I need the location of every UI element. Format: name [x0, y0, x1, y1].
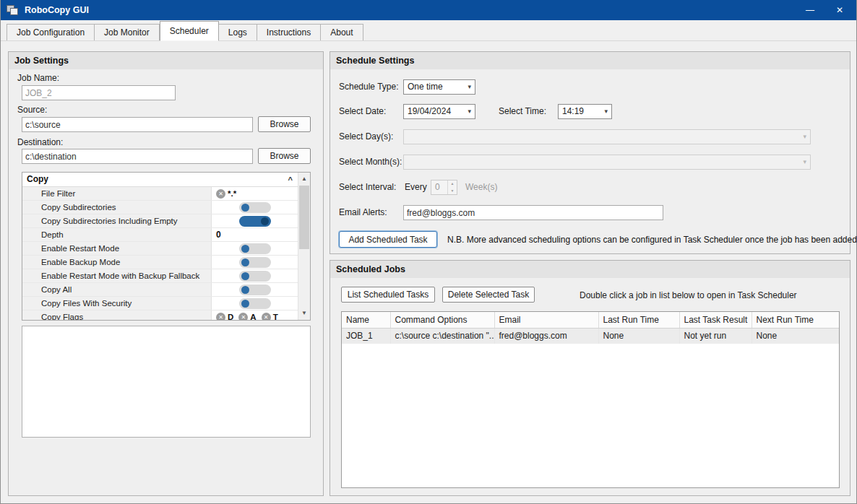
minimize-button[interactable]: —: [806, 5, 814, 15]
interval-spinner[interactable]: 0 ▲ ▼: [431, 180, 457, 195]
toggle-switch[interactable]: [239, 243, 271, 254]
delete-selected-task-button[interactable]: Delete Selected Task: [442, 287, 535, 303]
table-row[interactable]: JOB_1c:\source c:\destination "...fred@b…: [342, 328, 839, 344]
job-settings-panel: Job Settings Job Name: Source: Browse De…: [8, 51, 324, 496]
column-header[interactable]: Command Options: [390, 312, 494, 328]
column-header[interactable]: Name: [342, 312, 390, 328]
column-header[interactable]: Email: [494, 312, 598, 328]
property-label: Copy Subdirectories: [22, 201, 212, 214]
remove-icon[interactable]: ✕: [216, 189, 225, 199]
table-cell: None: [598, 328, 679, 344]
schedule-type-select[interactable]: One time ▾: [403, 79, 475, 95]
close-button[interactable]: ✕: [836, 5, 843, 15]
scheduled-jobs-panel: Scheduled Jobs List Scheduled Tasks Dele…: [330, 260, 850, 496]
scroll-thumb[interactable]: [299, 186, 309, 249]
property-group-header[interactable]: Copy ^: [22, 173, 298, 187]
toggle-switch[interactable]: [239, 271, 271, 282]
tab-bar: Job ConfigurationJob MonitorSchedulerLog…: [1, 20, 856, 41]
job-name-label: Job Name:: [17, 73, 59, 83]
table-cell: Not yet run: [679, 328, 752, 344]
select-date-select[interactable]: 19/04/2024 ▾: [403, 104, 475, 119]
table-cell: JOB_1: [342, 328, 390, 344]
property-grid-scrollbar[interactable]: ▲ ▼: [298, 173, 310, 320]
remove-icon[interactable]: ✕: [262, 313, 271, 321]
tab-scheduler[interactable]: Scheduler: [160, 21, 219, 41]
job-name-input[interactable]: [22, 85, 176, 100]
tab-job-monitor[interactable]: Job Monitor: [95, 24, 160, 40]
toggle-switch[interactable]: [239, 298, 271, 309]
every-label: Every: [405, 182, 427, 192]
chevron-down-icon: ▾: [604, 105, 608, 118]
toggle-knob: [241, 245, 249, 253]
jobs-hint-text: Double click a job in list below to open…: [580, 290, 797, 300]
collapse-icon[interactable]: ^: [288, 173, 293, 187]
select-months-select[interactable]: ▾: [403, 155, 811, 170]
tag-label: *.*: [228, 189, 236, 198]
tab-instructions[interactable]: Instructions: [257, 24, 321, 40]
toggle-knob: [241, 286, 249, 294]
main-content: Job Settings Job Name: Source: Browse De…: [1, 41, 856, 503]
email-alerts-input[interactable]: [403, 205, 663, 220]
property-row[interactable]: Enable Backup Mode: [22, 256, 298, 269]
remove-icon[interactable]: ✕: [216, 313, 225, 321]
destination-input[interactable]: [22, 149, 253, 164]
chevron-down-icon: ▾: [803, 155, 806, 169]
title-bar: RoboCopy GUI — ✕: [1, 0, 856, 20]
property-row[interactable]: Copy All: [22, 283, 298, 297]
property-row[interactable]: Copy Flags✕D✕A✕T: [22, 310, 298, 320]
scroll-up-icon[interactable]: ▲: [298, 173, 310, 185]
scroll-down-icon[interactable]: ▼: [298, 308, 310, 319]
select-time-select[interactable]: 14:19 ▾: [558, 104, 612, 119]
destination-browse-button[interactable]: Browse: [258, 148, 311, 164]
scheduler-note: N.B. More advanced scheduling options ca…: [447, 235, 857, 245]
toggle-switch[interactable]: [239, 216, 271, 227]
select-time-value: 14:19: [562, 106, 584, 116]
table-cell: c:\source c:\destination "...: [390, 328, 494, 344]
add-scheduled-task-button[interactable]: Add Scheduled Task: [339, 231, 437, 248]
select-days-select[interactable]: ▾: [403, 129, 811, 144]
column-header[interactable]: Next Run Time: [752, 312, 839, 328]
property-number: 0: [216, 230, 221, 240]
weeks-label: Week(s): [465, 182, 497, 192]
toggle-knob: [241, 204, 249, 212]
property-row[interactable]: Copy Subdirectories Including Empty: [22, 214, 298, 228]
tab-about[interactable]: About: [321, 24, 363, 40]
property-value: 0: [212, 228, 298, 241]
select-interval-label: Select Interval:: [339, 182, 396, 192]
property-row[interactable]: File Filter✕*.*: [22, 187, 298, 201]
toggle-switch[interactable]: [239, 202, 271, 213]
property-row[interactable]: Enable Restart Mode with Backup Fallback: [22, 269, 298, 283]
select-days-label: Select Day(s):: [339, 131, 393, 142]
source-input[interactable]: [22, 117, 253, 132]
jobs-table: NameCommand OptionsEmailLast Run TimeLas…: [342, 312, 840, 344]
property-label: Copy Files With Security: [22, 297, 212, 310]
property-row[interactable]: Copy Files With Security: [22, 297, 298, 310]
property-value: ✕D✕A✕T: [212, 310, 298, 320]
tag-label: D: [228, 313, 233, 320]
tag-label: T: [273, 313, 278, 320]
tab-logs[interactable]: Logs: [219, 24, 257, 40]
property-description-box: [22, 326, 311, 438]
toggle-switch[interactable]: [239, 284, 271, 295]
list-scheduled-tasks-button[interactable]: List Scheduled Tasks: [341, 287, 435, 303]
property-value: [212, 201, 298, 214]
column-header[interactable]: Last Run Time: [598, 312, 679, 328]
spin-up-icon[interactable]: ▲: [448, 181, 457, 188]
property-grid-body: File Filter✕*.*Copy SubdirectoriesCopy S…: [22, 187, 298, 320]
email-alerts-label: Email Alerts:: [339, 207, 387, 217]
spin-down-icon[interactable]: ▼: [448, 188, 457, 195]
property-row[interactable]: Copy Subdirectories: [22, 201, 298, 214]
property-row[interactable]: Enable Restart Mode: [22, 242, 298, 256]
column-header[interactable]: Last Task Result: [679, 312, 752, 328]
property-label: Copy Subdirectories Including Empty: [22, 214, 212, 227]
property-row[interactable]: Depth0: [22, 228, 298, 242]
source-browse-button[interactable]: Browse: [258, 116, 311, 132]
toggle-switch[interactable]: [239, 257, 271, 268]
property-label: File Filter: [22, 187, 212, 200]
property-label: Enable Restart Mode with Backup Fallback: [22, 269, 212, 282]
select-months-label: Select Month(s):: [339, 157, 402, 167]
tab-job-configuration[interactable]: Job Configuration: [7, 24, 95, 40]
job-settings-title: Job Settings: [9, 52, 323, 69]
remove-icon[interactable]: ✕: [238, 313, 248, 321]
scheduled-jobs-list[interactable]: NameCommand OptionsEmailLast Run TimeLas…: [341, 311, 840, 488]
